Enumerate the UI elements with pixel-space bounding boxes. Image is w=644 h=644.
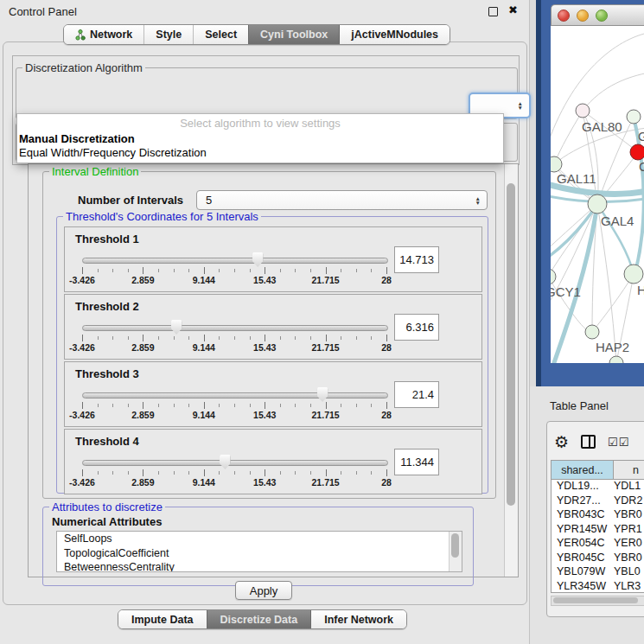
slider-ticks <box>82 402 386 409</box>
table-cell[interactable]: YBR045C <box>552 552 614 566</box>
table-row[interactable]: YER054CYER0 <box>552 537 644 552</box>
network-node-label: H <box>637 283 644 297</box>
tab-impute-data[interactable]: Impute Data <box>118 610 207 628</box>
table-cell[interactable]: YLR3 <box>614 580 644 594</box>
tab-style[interactable]: Style <box>143 25 193 44</box>
node-attribute-table[interactable]: shared... n YDL19...YDL1YDR27...YDR2YBR0… <box>551 460 644 593</box>
table-cell[interactable]: YDR2 <box>614 494 644 509</box>
table-cell[interactable]: YDL19... <box>552 480 614 494</box>
table-cell[interactable]: YDR27... <box>552 494 614 509</box>
numerical-attributes-list[interactable]: SelfLoopsTopologicalCoefficientBetweenne… <box>56 531 462 572</box>
table-cell[interactable]: YER054C <box>552 537 614 552</box>
tab-label: Cyni Toolbox <box>260 29 328 41</box>
slider-scale-label: 21.715 <box>312 477 340 488</box>
slider-scale-label: 9.144 <box>193 275 215 285</box>
table-cell[interactable]: YDL1 <box>614 480 644 494</box>
column-header-name[interactable]: n <box>614 461 644 479</box>
slider-track[interactable] <box>82 392 388 399</box>
network-node[interactable] <box>627 110 641 124</box>
interval-definition-group: Interval Definition Number of Intervals … <box>42 171 496 499</box>
tab-label: Network <box>90 29 132 41</box>
algorithm-option-manual[interactable]: Manual Discretization <box>19 132 135 145</box>
algorithm-option-equal-width[interactable]: Equal Width/Frequency Discretization <box>19 146 207 159</box>
close-traffic-light-icon[interactable] <box>558 10 570 22</box>
gear-icon[interactable]: ⚙ <box>554 434 569 450</box>
table-cell[interactable]: YPR1 <box>614 523 644 538</box>
threshold-value-field[interactable]: 14.713 <box>394 246 439 273</box>
table-row[interactable]: YPR145WYPR1 <box>552 523 644 538</box>
float-window-icon[interactable] <box>488 7 498 16</box>
attribute-list-item[interactable]: BetweennessCentrality <box>57 560 462 572</box>
table-cell[interactable]: YBL079W <box>552 565 614 580</box>
slider-tick <box>98 471 99 475</box>
table-row[interactable]: YBL079WYBL0 <box>552 565 644 580</box>
table-row[interactable]: YBR043CYBR0 <box>552 508 644 523</box>
slider-tick <box>295 336 296 340</box>
threshold-value-field[interactable]: 6.316 <box>394 314 439 341</box>
table-row[interactable]: YBR045CYBR0 <box>552 552 644 566</box>
network-node[interactable] <box>576 104 590 118</box>
slider-handle[interactable] <box>317 387 328 402</box>
tab-cyni-toolbox[interactable]: Cyni Toolbox <box>248 25 339 44</box>
panel-scrollbar[interactable] <box>504 164 518 577</box>
algorithm-placeholder-option[interactable]: Select algorithm to view settings <box>17 117 503 130</box>
list-scrollbar-thumb[interactable] <box>451 533 459 558</box>
table-cell[interactable]: YER0 <box>614 537 644 552</box>
table-horizontal-scrollbar[interactable] <box>551 596 644 606</box>
network-node[interactable] <box>585 325 599 339</box>
threshold-3-slider[interactable]: -3.4262.8599.14415.4321.71528 <box>82 386 386 421</box>
slider-track[interactable] <box>82 258 388 264</box>
table-cell[interactable]: YBR0 <box>614 552 644 566</box>
table-cell[interactable]: YBL0 <box>614 565 644 580</box>
threshold-value-field[interactable]: 21.4 <box>394 381 439 408</box>
network-node[interactable] <box>630 144 644 160</box>
table-cell[interactable]: YBR043C <box>552 508 614 523</box>
table-cell[interactable]: YPR145W <box>552 523 614 538</box>
network-node[interactable] <box>588 194 607 214</box>
table-row[interactable]: YDR27...YDR2 <box>552 494 644 509</box>
threshold-value-field[interactable]: 11.344 <box>394 449 439 475</box>
tab-network[interactable]: Network <box>64 25 143 44</box>
zoom-traffic-light-icon[interactable] <box>596 10 608 22</box>
slider-track[interactable] <box>82 325 388 331</box>
table-row[interactable]: YLR345WYLR3 <box>552 580 644 594</box>
minimize-traffic-light-icon[interactable] <box>577 10 589 22</box>
threshold-1-slider[interactable]: -3.4262.8599.14415.4321.71528 <box>82 252 386 286</box>
network-node[interactable] <box>551 156 562 172</box>
column-header-shared-name[interactable]: shared... <box>552 461 614 479</box>
slider-tick <box>280 336 281 340</box>
close-icon[interactable]: ✖ <box>508 3 518 16</box>
tab-jactivemnodules[interactable]: jActiveMNodules <box>339 25 450 44</box>
threshold-4-slider[interactable]: -3.4262.8599.14415.4321.71528 <box>82 454 386 488</box>
columns-icon[interactable] <box>581 435 596 449</box>
slider-scale-label: 15.43 <box>253 275 276 285</box>
slider-track[interactable] <box>82 460 388 466</box>
network-graph[interactable]: GAL80GACGAL11GAL4GCY1HHAP2 <box>551 26 644 363</box>
network-node[interactable] <box>609 356 623 363</box>
select-checkboxes-icon[interactable]: ☑☑ <box>608 436 629 449</box>
table-hscroll-thumb[interactable] <box>553 597 638 603</box>
slider-handle[interactable] <box>220 455 231 469</box>
table-row[interactable]: YDL19...YDL1 <box>552 480 644 494</box>
panel-scrollbar-thumb[interactable] <box>507 183 515 506</box>
list-scrollbar[interactable] <box>449 532 462 571</box>
tab-infer-network[interactable]: Infer Network <box>310 610 406 628</box>
tab-select[interactable]: Select <box>193 25 248 44</box>
slider-tick <box>265 469 265 476</box>
network-view-window: GAL80GACGAL11GAL4GCY1HHAP2 <box>536 0 644 386</box>
number-of-intervals-combobox[interactable]: 5 ▲▼ <box>196 190 488 210</box>
table-cell[interactable]: YLR345W <box>552 580 614 594</box>
table-cell[interactable]: YBR0 <box>614 508 644 523</box>
network-canvas[interactable]: GAL80GACGAL11GAL4GCY1HHAP2 <box>551 26 644 363</box>
slider-handle[interactable] <box>171 320 182 335</box>
network-node[interactable] <box>624 265 643 284</box>
attribute-list-item[interactable]: TopologicalCoefficient <box>57 546 462 561</box>
tab-discretize-data[interactable]: Discretize Data <box>207 610 311 628</box>
network-node[interactable] <box>551 269 556 284</box>
apply-button[interactable]: Apply <box>235 581 292 600</box>
network-tab-icon <box>75 29 86 41</box>
threshold-2-slider[interactable]: -3.4262.8599.14415.4321.71528 <box>82 319 386 354</box>
network-window-titlebar[interactable] <box>551 4 644 26</box>
slider-handle[interactable] <box>252 252 264 267</box>
attribute-list-item[interactable]: SelfLoops <box>57 532 462 546</box>
